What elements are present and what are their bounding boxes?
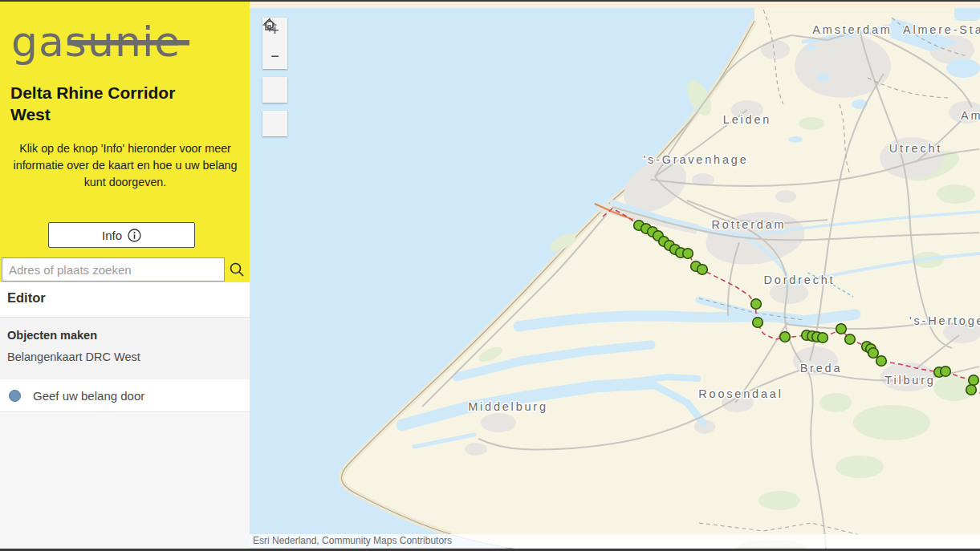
sidebar: gasunie Delta Rhine Corridor West Klik o…: [0, 2, 250, 549]
home-button[interactable]: [262, 77, 287, 103]
belang-marker[interactable]: [780, 332, 791, 342]
city-label: 's-Hertoge: [909, 314, 980, 327]
belang-marker[interactable]: [751, 299, 762, 310]
city-label: Middelburg: [468, 400, 548, 413]
info-button-label: Info: [102, 229, 122, 242]
window-top-border: [0, 0, 980, 2]
layer-name: Belangenkaart DRC West: [7, 350, 140, 363]
home-widget: [262, 77, 287, 103]
page-title: Delta Rhine Corridor West: [10, 82, 203, 125]
info-button[interactable]: Info: [48, 222, 195, 248]
map-canvas[interactable]: AmsterdamAlmere-StaAmeLeiden's-Gravenhag…: [250, 2, 980, 549]
belang-marker[interactable]: [845, 334, 856, 345]
info-circle-icon: [128, 229, 141, 242]
gasunie-logo: gasunie: [10, 19, 217, 67]
feature-point-symbol-icon: [9, 390, 21, 402]
create-features-section: Objecten maken Belangenkaart DRC West: [0, 318, 250, 379]
belang-marker[interactable]: [966, 385, 977, 395]
city-label: Dordrecht: [764, 273, 836, 286]
zoom-out-button[interactable]: −: [262, 43, 287, 69]
city-label: Utrecht: [889, 142, 942, 155]
belang-marker[interactable]: [868, 348, 879, 359]
sidebar-header: gasunie Delta Rhine Corridor West Klik o…: [0, 2, 250, 282]
locate-widget: [262, 111, 287, 136]
feature-template-label: Geef uw belang door: [33, 389, 144, 403]
locate-button[interactable]: [262, 111, 287, 136]
search-icon: [229, 261, 245, 278]
editor-heading: Editor: [7, 290, 46, 306]
feature-template-item[interactable]: Geef uw belang door: [0, 379, 250, 412]
city-label: Almere-Sta: [903, 23, 980, 36]
city-label: Tilburg: [884, 374, 935, 387]
belang-marker[interactable]: [697, 265, 708, 275]
gasunie-logo-bar: [67, 40, 189, 46]
search-widget: [2, 257, 249, 282]
belang-marker[interactable]: [941, 367, 951, 377]
belang-marker[interactable]: [969, 375, 979, 386]
city-label: Roosendaal: [698, 387, 783, 400]
editor-panel-header: Editor: [0, 282, 250, 318]
create-features-title: Objecten maken: [7, 329, 97, 342]
city-label: Rotterdam: [712, 218, 787, 231]
map-controls: + −: [262, 18, 287, 136]
city-label: Breda: [800, 362, 843, 375]
search-input[interactable]: [2, 257, 225, 282]
attribution-bar: Esri Nederland, Community Maps Contribut…: [250, 534, 980, 548]
intro-text: Klik op de knop 'Info' hieronder voor me…: [7, 140, 243, 191]
belang-marker[interactable]: [683, 249, 693, 259]
city-label: Ame: [961, 109, 980, 122]
search-button[interactable]: [225, 257, 249, 282]
city-label: Leiden: [723, 113, 771, 126]
belang-marker[interactable]: [818, 333, 828, 343]
belang-marker[interactable]: [836, 324, 847, 334]
city-label: Amsterdam: [812, 23, 892, 36]
basemap: AmsterdamAlmere-StaAmeLeiden's-Gravenhag…: [250, 2, 980, 549]
belang-marker[interactable]: [753, 318, 763, 328]
city-label: 's-Gravenhage: [643, 153, 748, 166]
basemap-edge-strip: [250, 2, 980, 8]
belang-marker[interactable]: [876, 356, 887, 367]
locate-icon: [262, 18, 277, 32]
